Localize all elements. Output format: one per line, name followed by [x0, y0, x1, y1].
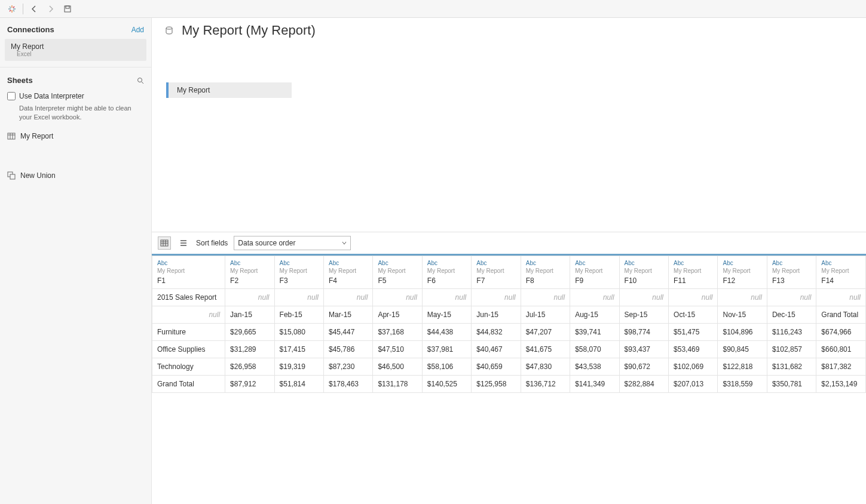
table-cell[interactable]: $26,958 [225, 358, 274, 376]
table-cell[interactable]: $41,675 [521, 341, 570, 358]
table-cell[interactable]: Mar-15 [323, 306, 372, 324]
table-cell[interactable]: $40,659 [472, 358, 521, 376]
forward-button[interactable] [42, 2, 59, 16]
metadata-view-button[interactable] [177, 236, 190, 250]
table-cell[interactable]: Grand Total [152, 376, 225, 393]
table-cell[interactable]: $2,153,149 [816, 376, 866, 393]
table-cell[interactable]: $47,207 [521, 324, 570, 341]
table-cell[interactable]: $15,080 [274, 324, 323, 341]
table-cell[interactable]: null [373, 289, 422, 306]
table-cell[interactable]: Technology [152, 358, 225, 376]
table-cell[interactable]: $674,966 [816, 324, 866, 341]
column-header[interactable]: AbcMy ReportF1 [152, 256, 225, 289]
table-cell[interactable]: Oct-15 [669, 306, 718, 324]
table-cell[interactable]: $51,814 [274, 376, 323, 393]
table-cell[interactable]: null [816, 289, 866, 306]
table-cell[interactable]: $102,069 [669, 358, 718, 376]
column-header[interactable]: AbcMy ReportF7 [472, 256, 521, 289]
column-header[interactable]: AbcMy ReportF10 [619, 256, 668, 289]
new-union-item[interactable]: New Union [0, 168, 151, 183]
table-cell[interactable]: $46,500 [373, 358, 422, 376]
table-cell[interactable]: null [422, 289, 471, 306]
column-header[interactable]: AbcMy ReportF4 [323, 256, 372, 289]
table-cell[interactable]: null [152, 306, 225, 324]
grid-view-button[interactable] [158, 236, 171, 250]
table-cell[interactable]: Aug-15 [570, 306, 619, 324]
table-cell[interactable]: Sep-15 [619, 306, 668, 324]
column-header[interactable]: AbcMy ReportF13 [767, 256, 816, 289]
table-cell[interactable]: Nov-15 [718, 306, 767, 324]
table-cell[interactable]: $45,447 [323, 324, 372, 341]
use-data-interpreter-checkbox[interactable] [7, 92, 16, 100]
column-header[interactable]: AbcMy ReportF5 [373, 256, 422, 289]
column-header[interactable]: AbcMy ReportF6 [422, 256, 471, 289]
table-cell[interactable]: $87,230 [323, 358, 372, 376]
table-cell[interactable]: $19,319 [274, 358, 323, 376]
table-cell[interactable]: $47,830 [521, 358, 570, 376]
table-cell[interactable]: $98,774 [619, 324, 668, 341]
table-cell[interactable]: $87,912 [225, 376, 274, 393]
table-cell[interactable]: $282,884 [619, 376, 668, 393]
table-cell[interactable]: $102,857 [767, 341, 816, 358]
table-cell[interactable]: $39,741 [570, 324, 619, 341]
table-cell[interactable]: null [472, 289, 521, 306]
add-connection-link[interactable]: Add [131, 26, 144, 34]
table-cell[interactable]: $40,467 [472, 341, 521, 358]
table-cell[interactable]: $43,538 [570, 358, 619, 376]
column-header[interactable]: AbcMy ReportF12 [718, 256, 767, 289]
table-cell[interactable]: null [570, 289, 619, 306]
table-cell[interactable]: $29,665 [225, 324, 274, 341]
table-cell[interactable]: null [225, 289, 274, 306]
table-cell[interactable]: $122,818 [718, 358, 767, 376]
table-cell[interactable]: $90,845 [718, 341, 767, 358]
column-header[interactable]: AbcMy ReportF3 [274, 256, 323, 289]
table-cell[interactable]: $318,559 [718, 376, 767, 393]
table-cell[interactable]: null [767, 289, 816, 306]
search-icon[interactable] [137, 77, 144, 84]
table-cell[interactable]: null [274, 289, 323, 306]
table-cell[interactable]: May-15 [422, 306, 471, 324]
table-cell[interactable]: Grand Total [816, 306, 866, 324]
table-cell[interactable]: Dec-15 [767, 306, 816, 324]
table-cell[interactable]: null [521, 289, 570, 306]
table-cell[interactable]: Office Supplies [152, 341, 225, 358]
table-cell[interactable]: Feb-15 [274, 306, 323, 324]
table-cell[interactable]: 2015 Sales Report [152, 289, 225, 306]
data-grid[interactable]: AbcMy ReportF1AbcMy ReportF2AbcMy Report… [152, 254, 866, 504]
table-cell[interactable]: Jul-15 [521, 306, 570, 324]
table-cell[interactable]: $93,437 [619, 341, 668, 358]
save-button[interactable] [59, 2, 76, 16]
table-cell[interactable]: $58,106 [422, 358, 471, 376]
table-cell[interactable]: null [619, 289, 668, 306]
connection-item[interactable]: My Report Excel [5, 39, 146, 61]
table-cell[interactable]: $131,178 [373, 376, 422, 393]
tableau-logo-icon[interactable] [4, 2, 20, 16]
join-canvas[interactable]: My Report [152, 41, 866, 232]
column-header[interactable]: AbcMy ReportF8 [521, 256, 570, 289]
column-header[interactable]: AbcMy ReportF2 [225, 256, 274, 289]
table-cell[interactable]: $17,415 [274, 341, 323, 358]
table-cell[interactable]: $58,070 [570, 341, 619, 358]
table-cell[interactable]: $53,469 [669, 341, 718, 358]
table-cell[interactable]: Jan-15 [225, 306, 274, 324]
sheet-item[interactable]: My Report [0, 128, 151, 144]
table-cell[interactable]: $141,349 [570, 376, 619, 393]
table-cell[interactable]: Jun-15 [472, 306, 521, 324]
table-cell[interactable]: $90,672 [619, 358, 668, 376]
table-cell[interactable]: $37,981 [422, 341, 471, 358]
table-cell[interactable]: Apr-15 [373, 306, 422, 324]
table-cell[interactable]: $136,712 [521, 376, 570, 393]
table-cell[interactable]: $660,801 [816, 341, 866, 358]
table-cell[interactable]: $125,958 [472, 376, 521, 393]
table-cell[interactable]: $37,168 [373, 324, 422, 341]
table-cell[interactable]: $131,682 [767, 358, 816, 376]
table-cell[interactable]: $47,510 [373, 341, 422, 358]
table-cell[interactable]: Furniture [152, 324, 225, 341]
table-cell[interactable]: null [323, 289, 372, 306]
table-cell[interactable]: $31,289 [225, 341, 274, 358]
column-header[interactable]: AbcMy ReportF9 [570, 256, 619, 289]
table-cell[interactable]: $45,786 [323, 341, 372, 358]
table-pill[interactable]: My Report [166, 82, 292, 98]
table-cell[interactable]: null [669, 289, 718, 306]
table-cell[interactable]: $51,475 [669, 324, 718, 341]
